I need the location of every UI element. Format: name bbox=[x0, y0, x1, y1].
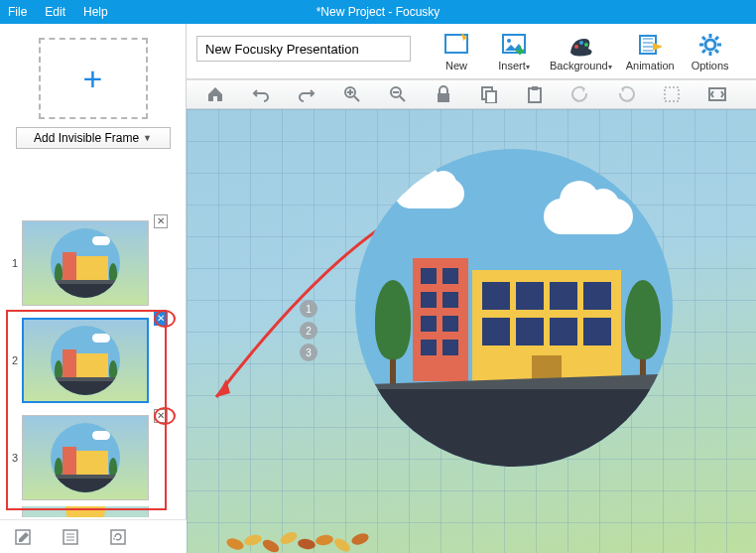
animation-button[interactable]: Animation bbox=[626, 32, 675, 71]
window-title: *New Project - Focusky bbox=[316, 5, 441, 19]
chevron-down-icon: ▼ bbox=[143, 133, 152, 143]
title-bar: File Edit Help *New Project - Focusky bbox=[0, 0, 756, 24]
menu-edit[interactable]: Edit bbox=[45, 5, 65, 19]
menu-help[interactable]: Help bbox=[83, 5, 108, 19]
insert-label: Insert▾ bbox=[498, 60, 530, 71]
canvas-artwork[interactable] bbox=[355, 149, 673, 467]
refresh-icon[interactable] bbox=[109, 528, 127, 546]
insert-icon bbox=[500, 32, 528, 58]
svg-point-3 bbox=[574, 45, 578, 49]
options-label: Options bbox=[692, 60, 729, 71]
svg-rect-19 bbox=[111, 530, 125, 544]
select-icon[interactable] bbox=[663, 85, 681, 103]
background-button[interactable]: Background▾ bbox=[550, 32, 612, 71]
home-icon[interactable] bbox=[206, 85, 224, 103]
path-bullet[interactable]: 3 bbox=[300, 344, 317, 361]
new-button[interactable]: New bbox=[435, 32, 478, 71]
cloud-icon bbox=[544, 199, 633, 234]
copy-icon[interactable] bbox=[480, 85, 498, 103]
animation-icon bbox=[636, 32, 664, 58]
thumbnail-row[interactable] bbox=[0, 506, 186, 517]
canvas[interactable]: 1 2 3 bbox=[187, 109, 756, 553]
animation-label: Animation bbox=[626, 60, 675, 71]
thumbnail-row[interactable]: 1 ✕ bbox=[0, 214, 186, 312]
thumb-number: 3 bbox=[0, 452, 18, 464]
undo-icon[interactable] bbox=[252, 85, 270, 103]
building-yellow bbox=[472, 270, 621, 381]
add-invisible-frame-label: Add Invisible Frame bbox=[34, 131, 139, 145]
lock-icon[interactable] bbox=[435, 85, 452, 103]
menu-file[interactable]: File bbox=[8, 5, 27, 19]
list-icon[interactable] bbox=[62, 528, 79, 546]
edit-note-icon[interactable] bbox=[14, 528, 32, 546]
thumbnail[interactable] bbox=[22, 506, 149, 517]
svg-rect-14 bbox=[532, 86, 538, 90]
tree-icon bbox=[625, 280, 661, 385]
thumbnail-row[interactable]: 3 ✕ bbox=[0, 409, 186, 506]
plus-icon: + bbox=[83, 60, 103, 98]
annotation-circle bbox=[154, 407, 176, 425]
thumb-number: 1 bbox=[0, 257, 18, 269]
thumbnail-list: 1 ✕ 2 ✕ 3 ✕ bbox=[0, 210, 186, 517]
svg-point-4 bbox=[579, 41, 583, 45]
thumbnail[interactable] bbox=[22, 415, 149, 500]
zoom-in-icon[interactable] bbox=[343, 85, 361, 103]
fit-icon[interactable] bbox=[708, 85, 726, 103]
new-icon bbox=[442, 32, 470, 58]
path-bullet[interactable]: 2 bbox=[300, 322, 317, 340]
add-invisible-frame-button[interactable]: Add Invisible Frame ▼ bbox=[16, 127, 171, 149]
back-icon[interactable] bbox=[571, 85, 589, 103]
options-button[interactable]: Options bbox=[689, 32, 732, 71]
svg-point-5 bbox=[584, 43, 588, 47]
thumbnail-row[interactable]: 2 ✕ bbox=[0, 312, 186, 409]
presentation-title-input[interactable] bbox=[196, 36, 411, 62]
svg-rect-10 bbox=[438, 93, 449, 102]
thumb-number: 2 bbox=[0, 354, 18, 366]
annotation-circle bbox=[154, 310, 176, 328]
background-icon bbox=[567, 32, 594, 58]
toolbar bbox=[187, 79, 756, 109]
background-label: Background▾ bbox=[550, 60, 612, 71]
add-frame-button[interactable]: + bbox=[39, 38, 148, 119]
thumbnail[interactable] bbox=[22, 220, 149, 306]
redo-icon[interactable] bbox=[298, 85, 315, 103]
new-label: New bbox=[445, 60, 467, 71]
thumbnail[interactable] bbox=[22, 318, 149, 403]
decorative-leaves bbox=[226, 523, 425, 553]
sidebar-bottom-toolbar bbox=[0, 519, 187, 553]
forward-icon[interactable] bbox=[617, 85, 635, 103]
svg-rect-15 bbox=[665, 87, 679, 101]
svg-point-2 bbox=[507, 39, 511, 43]
zoom-out-icon[interactable] bbox=[389, 85, 407, 103]
sidebar: + Add Invisible Frame ▼ 1 ✕ 2 ✕ 3 bbox=[0, 24, 187, 553]
options-icon bbox=[696, 32, 724, 58]
svg-point-7 bbox=[705, 40, 715, 50]
insert-button[interactable]: Insert▾ bbox=[492, 32, 536, 71]
thumb-close-button[interactable]: ✕ bbox=[154, 214, 168, 228]
path-bullets: 1 2 3 bbox=[300, 300, 317, 361]
svg-rect-13 bbox=[529, 88, 541, 102]
tree-icon bbox=[375, 280, 411, 385]
svg-rect-12 bbox=[486, 91, 496, 103]
building-red bbox=[413, 258, 468, 381]
paste-icon[interactable] bbox=[526, 85, 544, 103]
path-bullet[interactable]: 1 bbox=[300, 300, 317, 318]
